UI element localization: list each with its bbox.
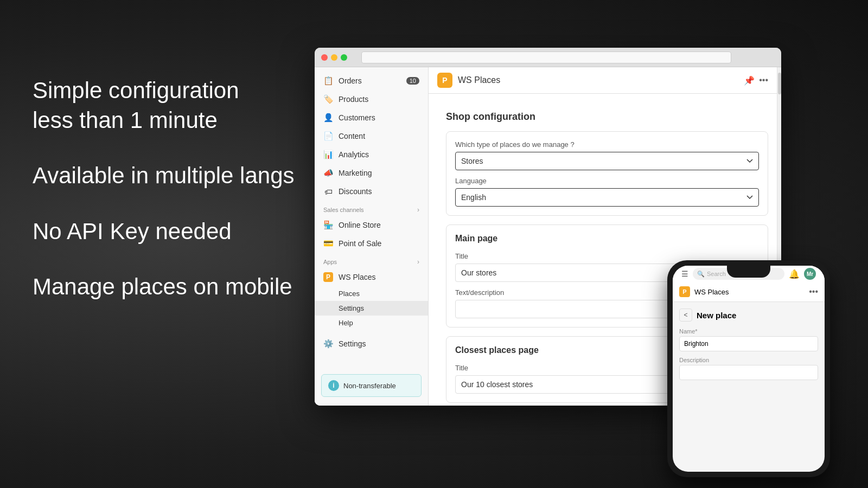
pin-button[interactable]: 📌 bbox=[744, 75, 755, 86]
phone-more-button[interactable]: ••• bbox=[809, 287, 818, 297]
notification-bell-icon[interactable]: 🔔 bbox=[789, 269, 800, 279]
hamburger-icon[interactable]: ☰ bbox=[681, 269, 688, 278]
analytics-icon: 📊 bbox=[323, 150, 333, 159]
sidebar-item-label: WS Places bbox=[339, 273, 375, 281]
phone-screen: ☰ 🔍 Search 🔔 Mr P WS Places ••• < New pl… bbox=[673, 266, 825, 472]
phone-app-name: WS Places bbox=[694, 288, 729, 296]
sidebar-item-point-of-sale[interactable]: 💳 Point of Sale bbox=[315, 234, 428, 253]
phone-notch bbox=[727, 266, 770, 278]
app-name: WS Places bbox=[458, 75, 500, 85]
apps-arrow: › bbox=[417, 258, 419, 266]
tagline-3: No API Key needed bbox=[33, 217, 295, 247]
sidebar-item-label: Products bbox=[339, 95, 368, 104]
phone-description-label: Description bbox=[679, 357, 818, 363]
language-select[interactable]: English French Spanish bbox=[455, 188, 759, 207]
places-type-select[interactable]: Stores Restaurants Hotels bbox=[455, 152, 759, 170]
phone-frame: ☰ 🔍 Search 🔔 Mr P WS Places ••• < New pl… bbox=[667, 260, 830, 477]
sales-channels-arrow: › bbox=[417, 206, 419, 214]
more-button[interactable]: ••• bbox=[759, 75, 768, 85]
url-bar[interactable] bbox=[361, 52, 731, 63]
customers-icon: 👤 bbox=[323, 113, 333, 123]
sidebar-sub-item-places[interactable]: Places bbox=[315, 286, 428, 301]
sales-channels-section[interactable]: Sales channels › bbox=[315, 201, 428, 216]
sidebar-item-products[interactable]: 🏷️ Products bbox=[315, 90, 428, 108]
header-actions: 📌 ••• bbox=[744, 75, 768, 86]
sidebar-item-label: Customers bbox=[339, 113, 375, 122]
phone-back-title: < New place bbox=[679, 309, 818, 322]
title-label: Title bbox=[455, 252, 759, 260]
phone-page-title: New place bbox=[697, 311, 736, 320]
mobile-phone: ☰ 🔍 Search 🔔 Mr P WS Places ••• < New pl… bbox=[667, 260, 830, 477]
sidebar: 📋 Orders 10 🏷️ Products 👤 Customers 📄 bbox=[315, 67, 429, 406]
online-store-icon: 🏪 bbox=[323, 220, 333, 230]
phone-description-input[interactable] bbox=[679, 365, 818, 380]
sidebar-item-label: Online Store bbox=[339, 221, 381, 229]
sidebar-item-customers[interactable]: 👤 Customers bbox=[315, 108, 428, 127]
sidebar-item-content[interactable]: 📄 Content bbox=[315, 127, 428, 145]
phone-content: < New place Name* Description bbox=[673, 302, 825, 472]
sidebar-item-discounts[interactable]: 🏷 Discounts bbox=[315, 182, 428, 201]
minimize-traffic-light[interactable] bbox=[331, 54, 337, 61]
settings-icon: ⚙️ bbox=[323, 339, 333, 349]
sidebar-item-ws-places[interactable]: P WS Places bbox=[315, 268, 428, 286]
sidebar-item-orders[interactable]: 📋 Orders 10 bbox=[315, 72, 428, 90]
phone-name-input[interactable] bbox=[679, 336, 818, 351]
browser-titlebar bbox=[315, 48, 781, 67]
phone-back-button[interactable]: < bbox=[679, 309, 692, 322]
search-icon: 🔍 bbox=[697, 271, 705, 278]
sidebar-item-label: Discounts bbox=[339, 187, 372, 196]
phone-name-field: Name* bbox=[679, 328, 818, 351]
orders-icon: 📋 bbox=[323, 76, 333, 86]
marketing-icon: 📣 bbox=[323, 168, 333, 178]
discounts-icon: 🏷 bbox=[323, 187, 333, 196]
sidebar-item-label: Content bbox=[339, 132, 365, 140]
orders-badge: 10 bbox=[406, 77, 419, 85]
phone-description-field: Description bbox=[679, 357, 818, 380]
sidebar-item-label: Marketing bbox=[339, 169, 372, 177]
sidebar-item-settings-global[interactable]: ⚙️ Settings bbox=[315, 335, 428, 353]
section-title: Shop configuration bbox=[446, 111, 768, 123]
sidebar-item-label: Orders bbox=[339, 76, 362, 85]
maximize-traffic-light[interactable] bbox=[341, 54, 347, 61]
sidebar-item-analytics[interactable]: 📊 Analytics bbox=[315, 145, 428, 164]
app-header: P WS Places 📌 ••• bbox=[429, 67, 777, 94]
tagline-4: Manage places on mobile bbox=[33, 272, 295, 302]
apps-section[interactable]: Apps › bbox=[315, 253, 428, 268]
phone-app-header: P WS Places ••• bbox=[673, 282, 825, 302]
app-logo: P bbox=[437, 73, 452, 88]
sidebar-item-label: Analytics bbox=[339, 150, 369, 159]
tagline-1: Simple configuration less than 1 minute bbox=[33, 76, 295, 135]
scrollbar-thumb[interactable] bbox=[778, 73, 781, 94]
shop-config-card: Which type of places do we manage ? Stor… bbox=[446, 131, 768, 216]
tagline-2: Available in multiple langs bbox=[33, 161, 295, 191]
sidebar-item-online-store[interactable]: 🏪 Online Store bbox=[315, 216, 428, 234]
places-type-label: Which type of places do we manage ? bbox=[455, 140, 759, 149]
close-traffic-light[interactable] bbox=[321, 54, 328, 61]
phone-app-logo: P bbox=[679, 286, 690, 297]
content-icon: 📄 bbox=[323, 131, 333, 141]
sidebar-sub-item-settings[interactable]: Settings bbox=[315, 301, 428, 316]
pos-icon: 💳 bbox=[323, 239, 333, 248]
sidebar-item-marketing[interactable]: 📣 Marketing bbox=[315, 164, 428, 182]
language-label: Language bbox=[455, 177, 759, 185]
sidebar-item-label: Settings bbox=[339, 339, 366, 348]
ws-places-icon: P bbox=[323, 272, 333, 282]
main-page-section-title: Main page bbox=[455, 234, 759, 243]
sidebar-sub-item-help[interactable]: Help bbox=[315, 316, 428, 330]
non-transferable-button[interactable]: i Non-transferable bbox=[321, 374, 422, 397]
sidebar-item-label: Point of Sale bbox=[339, 239, 381, 248]
avatar: Mr bbox=[804, 268, 816, 280]
products-icon: 🏷️ bbox=[323, 94, 333, 104]
left-text-block: Simple configuration less than 1 minute … bbox=[33, 76, 295, 328]
info-icon: i bbox=[328, 380, 339, 391]
phone-name-label: Name* bbox=[679, 328, 818, 335]
